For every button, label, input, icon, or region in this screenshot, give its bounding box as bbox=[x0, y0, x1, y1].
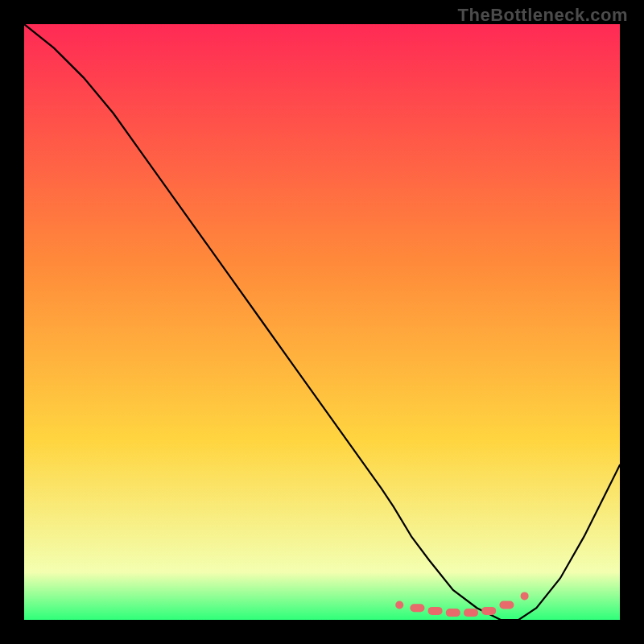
optimal-marker bbox=[395, 601, 403, 609]
optimal-marker bbox=[499, 601, 514, 609]
optimal-marker bbox=[446, 609, 460, 617]
optimal-marker bbox=[464, 609, 478, 617]
optimal-marker bbox=[428, 607, 443, 615]
bottleneck-chart bbox=[24, 24, 620, 620]
optimal-marker bbox=[481, 607, 496, 615]
optimal-marker bbox=[410, 604, 424, 612]
optimal-marker bbox=[521, 592, 529, 600]
watermark-text: TheBottleneck.com bbox=[458, 5, 628, 26]
chart-frame: TheBottleneck.com bbox=[0, 0, 644, 644]
